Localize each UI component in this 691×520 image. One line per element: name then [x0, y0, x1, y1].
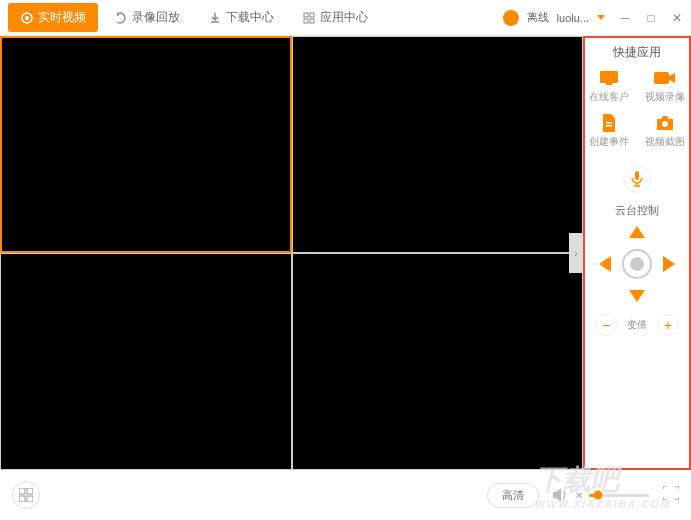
volume-control: ✕ [553, 488, 649, 502]
user-status: 离线 [527, 10, 549, 25]
tab-label: 实时视频 [38, 9, 86, 26]
svg-rect-5 [310, 19, 314, 23]
client-icon [598, 69, 620, 87]
fullscreen-button[interactable] [663, 486, 679, 504]
ptz-down[interactable] [629, 290, 645, 302]
svg-rect-3 [310, 13, 314, 17]
record-icon [654, 69, 676, 87]
zoom-in-button[interactable]: + [657, 314, 679, 336]
svg-rect-15 [19, 496, 25, 502]
video-grid [0, 36, 583, 470]
avatar[interactable] [503, 10, 519, 26]
apps-icon [302, 11, 316, 25]
video-grid-area: › [0, 36, 583, 470]
video-cell-4[interactable] [292, 253, 584, 470]
quick-row-2: 创建事件 视频截图 [589, 114, 685, 149]
quick-row-1: 在线客户 视频录像 [589, 69, 685, 104]
mic-icon [631, 171, 643, 187]
svg-rect-16 [27, 496, 33, 502]
svg-rect-14 [27, 488, 33, 494]
quick-create-event[interactable]: 创建事件 [589, 114, 629, 149]
topbar-right: 离线 luolu... ─ □ ✕ [503, 10, 683, 26]
user-name[interactable]: luolu... [557, 12, 589, 24]
svg-rect-13 [19, 488, 25, 494]
tab-playback[interactable]: 录像回放 [102, 3, 192, 32]
event-icon [598, 114, 620, 132]
close-button[interactable]: ✕ [671, 12, 683, 24]
zoom-out-button[interactable]: − [595, 314, 617, 336]
volume-icon[interactable] [553, 488, 569, 502]
quality-button[interactable]: 高清 [487, 483, 539, 508]
playback-icon [114, 11, 128, 25]
camera-icon [654, 114, 676, 132]
svg-rect-7 [606, 83, 612, 85]
maximize-button[interactable]: □ [645, 12, 657, 24]
top-toolbar: 实时视频 录像回放 下载中心 应用中心 离线 luolu... ─ □ ✕ [0, 0, 691, 36]
ptz-left[interactable] [599, 256, 611, 272]
ptz-title: 云台控制 [615, 203, 659, 218]
quick-label: 在线客户 [589, 90, 629, 104]
fullscreen-icon [663, 486, 679, 500]
bottom-toolbar: 高清 ✕ [0, 470, 691, 520]
quick-panel: 快捷应用 在线客户 视频录像 创建事件 视频截图 云台控制 [583, 36, 691, 470]
live-icon [20, 11, 34, 25]
svg-point-1 [25, 16, 29, 20]
tab-live-video[interactable]: 实时视频 [8, 3, 98, 32]
bottom-right-controls: 高清 ✕ [487, 483, 679, 508]
download-icon [208, 11, 222, 25]
mic-button[interactable] [623, 165, 651, 193]
svg-rect-2 [304, 13, 308, 17]
video-cell-3[interactable] [0, 253, 292, 470]
svg-rect-4 [304, 19, 308, 23]
svg-rect-8 [654, 72, 669, 84]
volume-slider[interactable] [589, 494, 649, 497]
quick-label: 创建事件 [589, 135, 629, 149]
quick-label: 视频截图 [645, 135, 685, 149]
minimize-button[interactable]: ─ [619, 12, 631, 24]
layout-button[interactable] [12, 481, 40, 509]
volume-thumb[interactable] [594, 491, 603, 500]
svg-rect-6 [600, 71, 618, 83]
quick-panel-title: 快捷应用 [613, 44, 661, 61]
ptz-center[interactable] [622, 249, 652, 279]
ptz-pad [597, 224, 677, 304]
main-area: › 快捷应用 在线客户 视频录像 创建事件 视频截图 [0, 36, 691, 470]
tab-label: 下载中心 [226, 9, 274, 26]
svg-rect-9 [606, 122, 612, 124]
video-cell-1[interactable] [0, 36, 292, 253]
tab-download[interactable]: 下载中心 [196, 3, 286, 32]
ptz-center-dot [630, 257, 644, 271]
quick-label: 视频录像 [645, 90, 685, 104]
zoom-label: 变倍 [627, 318, 647, 332]
svg-point-11 [662, 121, 668, 127]
grid-icon [19, 488, 33, 502]
volume-mute-x[interactable]: ✕ [575, 490, 583, 501]
svg-rect-12 [635, 171, 639, 180]
video-cell-2[interactable] [292, 36, 584, 253]
tab-apps[interactable]: 应用中心 [290, 3, 380, 32]
ptz-up[interactable] [629, 226, 645, 238]
quick-video-record[interactable]: 视频录像 [645, 69, 685, 104]
svg-rect-10 [606, 125, 612, 127]
ptz-right[interactable] [663, 256, 675, 272]
zoom-row: − 变倍 + [595, 314, 679, 336]
user-dropdown-caret[interactable] [597, 15, 605, 20]
tab-label: 应用中心 [320, 9, 368, 26]
quick-online-client[interactable]: 在线客户 [589, 69, 629, 104]
tab-label: 录像回放 [132, 9, 180, 26]
sidebar-collapse-handle[interactable]: › [569, 233, 583, 273]
quick-video-capture[interactable]: 视频截图 [645, 114, 685, 149]
